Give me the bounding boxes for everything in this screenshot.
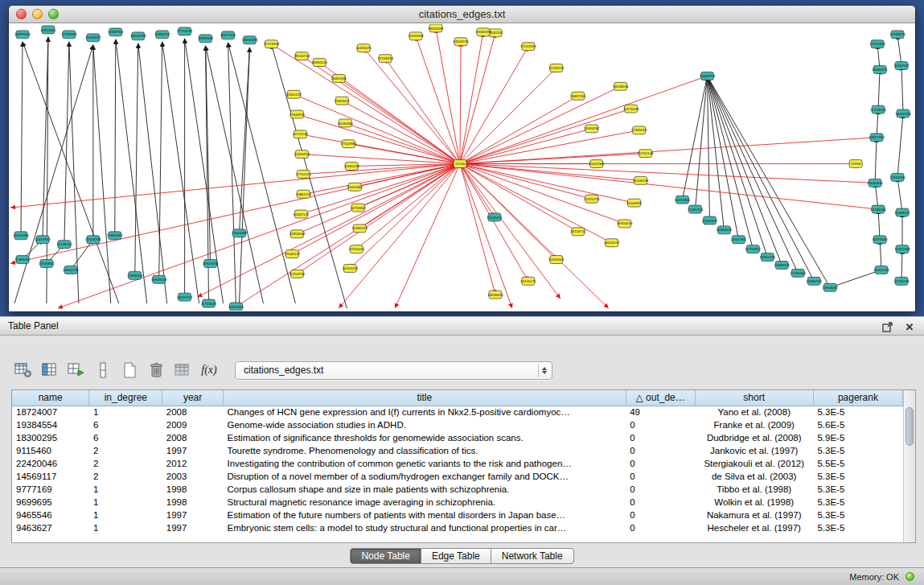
float-panel-icon[interactable] [881,320,893,333]
network-node[interactable]: 11096282 [584,125,600,133]
function-builder-icon[interactable]: f(x) [197,359,221,381]
network-node[interactable]: 17356420 [348,245,364,253]
network-node[interactable]: 12989074 [351,225,368,233]
table-cell[interactable]: 14569117 [12,470,89,483]
table-cell[interactable]: Tourette syndrome. Phenomenology and cla… [223,444,626,457]
network-node[interactable]: 16748220 [56,241,72,249]
network-node[interactable]: 11549408 [409,32,425,40]
network-node[interactable]: 17230964 [61,31,77,39]
table-cell[interactable]: 9463627 [12,521,89,534]
network-node[interactable]: 10984562 [198,35,214,43]
network-node[interactable]: 12840667 [107,232,123,240]
table-cell[interactable]: 0 [626,444,695,457]
table-cell[interactable]: 5.3E-5 [813,470,902,483]
table-cell[interactable]: 0 [626,418,695,431]
network-node[interactable]: 16893044 [14,31,31,39]
table-cell[interactable]: Hescheler et al. (1997) [695,521,813,534]
table-cell[interactable]: Wolkin et al. (1998) [695,496,813,509]
table-cell[interactable]: 1 [89,509,162,521]
network-node[interactable]: 18420946 [331,74,347,82]
table-cell[interactable]: Nakamura et al. (1997) [695,509,813,521]
table-cell[interactable]: 49 [626,406,695,418]
network-node[interactable]: 17520983 [341,140,357,148]
network-node[interactable]: 13468025 [774,262,791,270]
table-cell[interactable]: 0 [626,470,695,483]
network-node[interactable]: 13920548 [151,275,167,283]
network-node[interactable]: 16307122 [294,210,310,218]
network-node[interactable]: 11758049 [201,299,217,307]
table-cell[interactable]: 0 [626,431,695,444]
network-node[interactable]: 18130744 [294,52,310,60]
table-cell[interactable]: Structural magnetic resonance image aver… [223,496,626,509]
table-cell[interactable]: Genome-wide association studies in ADHD. [223,418,626,431]
network-node[interactable]: 15703812 [745,245,762,253]
network-node[interactable]: 17624905 [889,173,906,181]
network-node[interactable]: 17752112 [296,170,312,178]
column-header[interactable]: title [223,390,626,406]
network-node[interactable]: 10924001 [548,256,565,264]
network-node[interactable]: 16711148 [293,130,308,138]
table-cell[interactable]: 1997 [162,521,224,534]
table-cell[interactable]: 5.9E-5 [813,431,902,444]
table-cell[interactable]: 18300295 [12,431,89,444]
network-node[interactable]: 17510263 [869,40,885,48]
network-node[interactable]: 16690510 [312,59,328,67]
table-cell[interactable]: 2009 [162,418,224,431]
network-node[interactable]: 16037251 [177,293,193,301]
network-node[interactable]: 12280431 [870,205,886,213]
network-node[interactable]: 12975093 [623,105,639,113]
network-node[interactable]: 17015909 [520,43,536,51]
network-node[interactable]: 14205118 [343,264,359,272]
tab-network-table[interactable]: Network Table [491,548,574,564]
table-cell[interactable]: Changes of HCN gene expression and I(f) … [223,406,626,418]
network-node[interactable]: 12604388 [232,229,248,237]
table-cell[interactable]: 5.3E-5 [813,496,902,509]
table-cell[interactable]: 0 [626,457,695,470]
table-cell[interactable]: 1 [89,406,162,418]
network-node[interactable]: 16687205 [570,92,586,100]
network-node[interactable]: 16155275 [520,277,536,285]
network-node[interactable]: 13208176 [453,38,469,46]
network-node[interactable]: 14380759 [154,31,170,39]
network-node[interactable]: 11845210 [344,163,360,171]
table-cell[interactable]: 1997 [162,444,224,457]
network-node[interactable]: 15853044 [290,230,306,238]
network-node[interactable]: 12057833 [35,236,51,244]
table-cell[interactable]: 6 [89,418,162,431]
table-cell[interactable]: 5.6E-5 [813,418,902,431]
network-node[interactable]: 16220948 [895,109,911,117]
network-node[interactable]: 12420954 [294,150,310,159]
network-node[interactable]: 12774563 [870,105,886,113]
table-cell[interactable]: 2 [89,470,162,483]
table-cell[interactable]: 1 [89,496,162,509]
network-node[interactable]: 16106294 [633,176,649,184]
network-node[interactable]: 16643381 [428,24,444,32]
table-cell[interactable]: 2 [89,457,162,470]
table-cell[interactable]: 5.5E-5 [813,457,902,470]
table-row[interactable]: 977716911998Corpus callosum shape and si… [12,483,903,496]
table-cell[interactable]: 0 [626,496,695,509]
network-node[interactable]: 17240566 [791,269,807,277]
column-header[interactable]: in_degree [89,390,162,406]
table-cell[interactable]: 5.3E-5 [813,483,902,496]
network-node[interactable]: 12849760 [108,28,124,36]
table-cell[interactable]: 5.3E-5 [813,509,902,521]
column-header[interactable]: pagerank [813,390,902,406]
network-node[interactable]: 17843356 [290,110,306,118]
table-row[interactable]: 1938455462009Genome-wide association stu… [12,418,903,431]
table-row[interactable]: 911546021997Tourette syndrome. Phenomeno… [12,444,903,457]
table-settings-icon[interactable] [11,359,35,381]
table-cell[interactable]: Tibbo et al. (1998) [695,483,813,496]
table-cell[interactable]: 2 [89,444,162,457]
edit-table-icon[interactable] [64,359,88,381]
table-cell[interactable]: Disruption of a novel member of a sodium… [223,470,626,483]
network-node[interactable]: 15327948 [894,245,910,253]
network-node[interactable]: 16105938 [85,236,101,244]
table-cell[interactable]: 9777169 [12,483,89,496]
network-node[interactable]: 12243557 [548,64,565,72]
network-node[interactable]: 12086934 [806,277,822,285]
table-cell[interactable]: 1998 [162,483,224,496]
table-cell[interactable]: 2008 [162,431,224,444]
network-canvas-svg[interactable]: 1604110217015909122435571668720511096282… [10,24,914,311]
network-node[interactable]: 14817320 [869,134,885,142]
